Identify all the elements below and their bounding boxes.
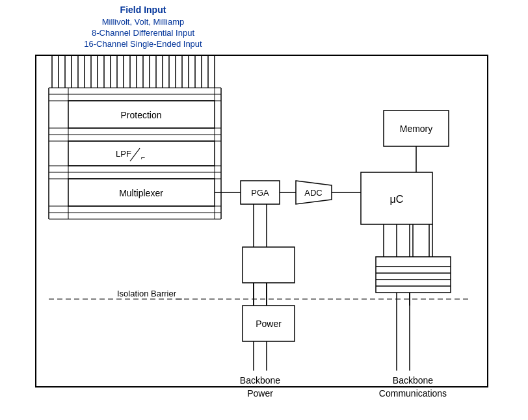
lpf-label: LPF (116, 149, 131, 159)
header-line4: 16-Channel Single-Ended Input (84, 39, 202, 49)
header-line2: Millivolt, Volt, Milliamp (102, 17, 184, 27)
protection-label: Protection (120, 110, 161, 120)
diagram-container: Field Input Millivolt, Volt, Milliamp 8-… (0, 0, 528, 420)
header-line1: Field Input (120, 5, 166, 15)
upper-comm-block (243, 247, 295, 283)
isolation-label: Isolation Barrier (117, 289, 177, 298)
multiplexer-label: Multiplexer (119, 188, 163, 198)
backbone-power-label2: Power (247, 388, 273, 399)
uc-label: μC (390, 194, 404, 205)
svg-text:⌐: ⌐ (141, 153, 145, 161)
pga-label: PGA (251, 188, 269, 198)
backbone-comm-label1: Backbone (393, 375, 433, 386)
backbone-comm-label2: Communications (379, 388, 447, 399)
backbone-comm-block (376, 257, 451, 293)
memory-label: Memory (400, 124, 433, 134)
svg-line-32 (130, 148, 140, 161)
backbone-power-label1: Backbone (240, 375, 280, 386)
power-label: Power (256, 319, 282, 329)
outer-border (36, 55, 488, 387)
adc-label: ADC (304, 188, 322, 198)
header-line3: 8-Channel Differential Input (92, 28, 194, 38)
